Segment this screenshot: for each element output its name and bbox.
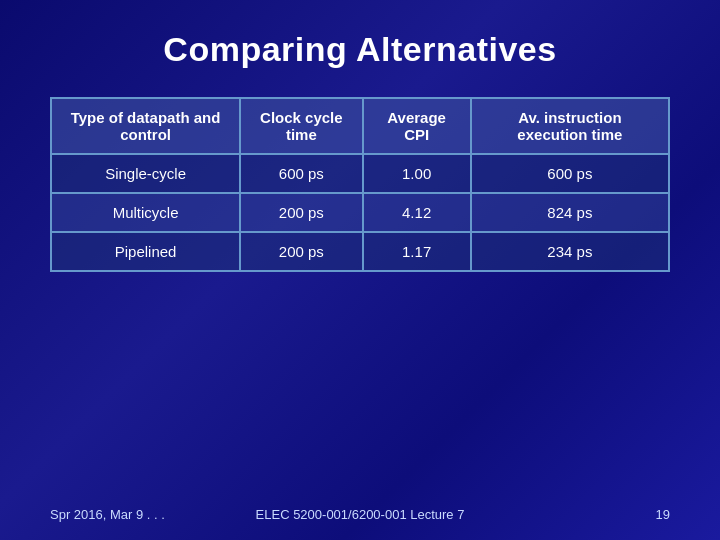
row-multi-type: Multicycle: [51, 193, 240, 232]
col-header-clock: Clock cycle time: [240, 98, 362, 154]
row-pipeline-clock: 200 ps: [240, 232, 362, 271]
comparison-table: Type of datapath and control Clock cycle…: [50, 97, 670, 272]
row-pipeline-exec: 234 ps: [471, 232, 669, 271]
col-header-cpi: Average CPI: [363, 98, 471, 154]
col-header-type: Type of datapath and control: [51, 98, 240, 154]
footer-center: ELEC 5200-001/6200-001 Lecture 7: [256, 507, 465, 522]
row-pipeline-cpi: 1.17: [363, 232, 471, 271]
row-pipeline-type: Pipelined: [51, 232, 240, 271]
table-row: Multicycle 200 ps 4.12 824 ps: [51, 193, 669, 232]
footer-right: 19: [656, 507, 670, 522]
row-single-clock: 600 ps: [240, 154, 362, 193]
table-row: Single-cycle 600 ps 1.00 600 ps: [51, 154, 669, 193]
row-multi-clock: 200 ps: [240, 193, 362, 232]
col-header-exec: Av. instruction execution time: [471, 98, 669, 154]
slide-title: Comparing Alternatives: [163, 30, 556, 69]
footer-center-text: ELEC 5200-001/6200-001 Lecture 7: [256, 507, 465, 522]
row-multi-exec: 824 ps: [471, 193, 669, 232]
table-header-row: Type of datapath and control Clock cycle…: [51, 98, 669, 154]
row-single-cpi: 1.00: [363, 154, 471, 193]
footer-left: Spr 2016, Mar 9 . . .: [50, 507, 165, 522]
comparison-table-wrapper: Type of datapath and control Clock cycle…: [50, 97, 670, 272]
table-row: Pipelined 200 ps 1.17 234 ps: [51, 232, 669, 271]
row-single-exec: 600 ps: [471, 154, 669, 193]
row-single-type: Single-cycle: [51, 154, 240, 193]
row-multi-cpi: 4.12: [363, 193, 471, 232]
slide-container: Comparing Alternatives Type of datapath …: [0, 0, 720, 540]
